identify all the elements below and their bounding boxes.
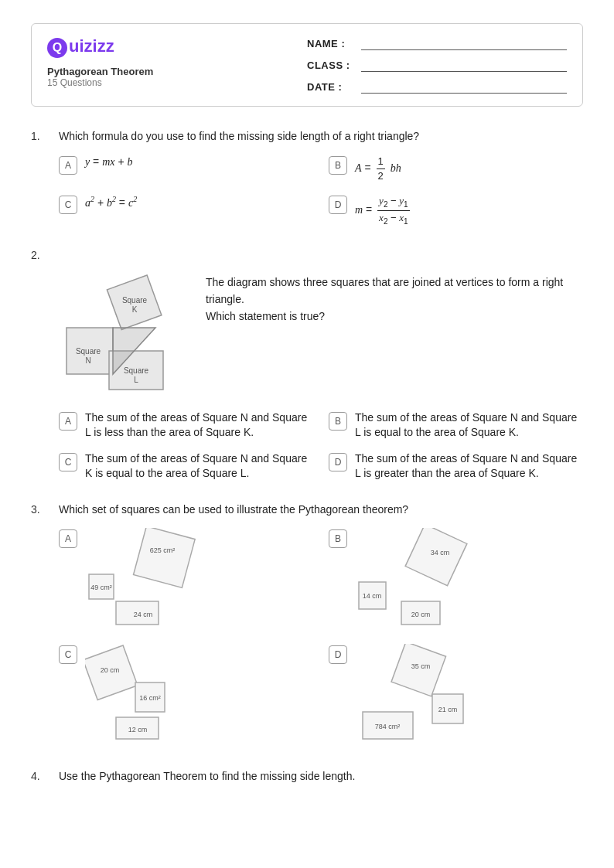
header-left: Quizizz Pythagorean Theorem 15 Questions xyxy=(47,36,307,94)
header-right: NAME : CLASS : DATE : xyxy=(307,36,567,94)
date-label: DATE : xyxy=(307,81,353,93)
question-2-options: A The sum of the areas of Square N and S… xyxy=(59,410,583,482)
option-2a-letter: A xyxy=(59,412,77,431)
question-1: 1. Which formula do you use to find the … xyxy=(31,130,583,227)
formula-m: m xyxy=(355,204,363,216)
question-1-text: Which formula do you use to find the mis… xyxy=(59,130,583,142)
svg-text:20 cm: 20 cm xyxy=(101,666,120,674)
option-1d[interactable]: D m = y2 − y1 x2 − x1 xyxy=(329,194,583,226)
question-2-text: The diagram shows three squares that are… xyxy=(206,274,583,400)
svg-text:625 cm²: 625 cm² xyxy=(150,546,176,554)
option-2d-letter: D xyxy=(329,453,347,471)
option-3d-letter: D xyxy=(329,645,347,664)
question-2-header: 2. xyxy=(31,249,583,261)
svg-text:784 cm²: 784 cm² xyxy=(375,723,401,730)
option-3a-diagram: 625 cm² 49 cm² 24 cm xyxy=(85,528,201,628)
option-2d-content: The sum of the areas of Square N and Squ… xyxy=(355,451,583,482)
svg-text:Square: Square xyxy=(124,366,149,375)
logo: Quizizz xyxy=(47,36,307,58)
question-2-number: 2. xyxy=(31,249,46,261)
option-1c-content: a2 + b2 = c2 xyxy=(85,194,137,210)
option-3b-letter: B xyxy=(329,529,347,548)
option-3c-content: 20 cm 16 cm² 12 cm xyxy=(85,644,201,749)
svg-text:35 cm: 35 cm xyxy=(411,662,431,670)
class-line xyxy=(361,58,567,72)
svg-text:49 cm²: 49 cm² xyxy=(90,584,112,591)
svg-text:24 cm: 24 cm xyxy=(134,611,153,618)
option-1c[interactable]: C a2 + b2 = c2 xyxy=(59,194,313,226)
formula-b2: b2 xyxy=(107,197,116,209)
option-3c[interactable]: C 20 cm 16 cm² 12 cm xyxy=(59,644,313,749)
question-3-options: A 625 cm² 49 cm² 24 cm xyxy=(59,528,583,748)
question-2: 2. Square N Square K Square L xyxy=(31,249,583,482)
name-line xyxy=(361,36,567,50)
svg-text:Square: Square xyxy=(76,347,101,356)
svg-text:14 cm: 14 cm xyxy=(363,592,382,600)
question-3-number: 3. xyxy=(31,503,46,516)
question-2-body: Square N Square K Square L The diagram s… xyxy=(59,274,583,400)
option-2c-content: The sum of the areas of Square N and Squ… xyxy=(85,451,313,482)
quiz-title: Pythagorean Theorem xyxy=(47,66,307,77)
option-2b-letter: B xyxy=(329,412,347,431)
option-3d-content: 35 cm 21 cm 784 cm² xyxy=(355,644,471,749)
class-label: CLASS : xyxy=(307,60,353,71)
option-1a-content: y = mx + b xyxy=(85,155,132,170)
question-2-diagram: Square N Square K Square L xyxy=(59,274,190,400)
svg-text:34 cm: 34 cm xyxy=(431,549,450,557)
option-1a-letter: A xyxy=(59,156,77,175)
question-3: 3. Which set of squares can be used to i… xyxy=(31,503,583,748)
question-3-text: Which set of squares can be used to illu… xyxy=(59,503,583,516)
formula-b: b xyxy=(127,156,132,168)
question-4-number: 4. xyxy=(31,770,46,782)
page: Quizizz Pythagorean Theorem 15 Questions… xyxy=(0,0,614,868)
option-2c-letter: C xyxy=(59,453,77,471)
question-4-text: Use the Pythagorean Theorem to find the … xyxy=(59,770,583,782)
svg-text:20 cm: 20 cm xyxy=(411,611,431,618)
option-3a-content: 625 cm² 49 cm² 24 cm xyxy=(85,528,201,633)
option-1a[interactable]: A y = mx + b xyxy=(59,155,313,183)
class-field-row: CLASS : xyxy=(307,58,567,72)
formula-bh: bh xyxy=(391,162,401,174)
date-field-row: DATE : xyxy=(307,80,567,94)
question-4: 4. Use the Pythagorean Theorem to find t… xyxy=(31,770,583,782)
date-line xyxy=(361,80,567,94)
formula-a2: a2 xyxy=(85,197,94,209)
option-2a-content: The sum of the areas of Square N and Squ… xyxy=(85,410,313,441)
logo-icon: Q xyxy=(47,38,67,58)
option-3d[interactable]: D 35 cm 21 cm 784 cm² xyxy=(329,644,583,749)
svg-text:12 cm: 12 cm xyxy=(128,726,148,734)
option-3a[interactable]: A 625 cm² 49 cm² 24 cm xyxy=(59,528,313,633)
option-1b-letter: B xyxy=(329,156,347,175)
diagram-svg: Square N Square K Square L xyxy=(59,274,190,397)
option-3b-content: 34 cm 14 cm 20 cm xyxy=(355,528,471,633)
formula-y-mx-b: y xyxy=(85,156,90,168)
option-3c-diagram: 20 cm 16 cm² 12 cm xyxy=(85,644,201,744)
option-2b[interactable]: B The sum of the areas of Square N and S… xyxy=(329,410,583,441)
formula-A: A xyxy=(355,162,362,174)
option-2c[interactable]: C The sum of the areas of Square N and S… xyxy=(59,451,313,482)
question-1-options: A y = mx + b B A = 1 2 bh C xyxy=(59,155,583,227)
option-3c-letter: C xyxy=(59,645,77,664)
option-1b[interactable]: B A = 1 2 bh xyxy=(329,155,583,183)
option-3d-diagram: 35 cm 21 cm 784 cm² xyxy=(355,644,471,744)
option-2d[interactable]: D The sum of the areas of Square N and S… xyxy=(329,451,583,482)
svg-text:L: L xyxy=(134,376,138,384)
svg-text:Square: Square xyxy=(122,296,148,305)
name-label: NAME : xyxy=(307,38,353,49)
question-1-number: 1. xyxy=(31,130,46,142)
formula-c2: c2 xyxy=(128,197,137,209)
svg-text:21 cm: 21 cm xyxy=(438,706,458,713)
formula-mx: mx xyxy=(102,156,114,168)
option-2a[interactable]: A The sum of the areas of Square N and S… xyxy=(59,410,313,441)
header-card: Quizizz Pythagorean Theorem 15 Questions… xyxy=(31,23,583,107)
option-3b[interactable]: B 34 cm 14 cm 20 cm xyxy=(329,528,583,633)
quiz-questions: 15 Questions xyxy=(47,77,307,88)
svg-text:16 cm²: 16 cm² xyxy=(139,694,161,702)
option-2b-content: The sum of the areas of Square N and Squ… xyxy=(355,410,583,441)
svg-rect-10 xyxy=(134,528,196,587)
fraction-slope: y2 − y1 x2 − x1 xyxy=(377,194,410,226)
option-1c-letter: C xyxy=(59,196,77,214)
svg-text:N: N xyxy=(85,356,90,365)
question-3-header: 3. Which set of squares can be used to i… xyxy=(31,503,583,516)
svg-rect-16 xyxy=(405,528,467,586)
